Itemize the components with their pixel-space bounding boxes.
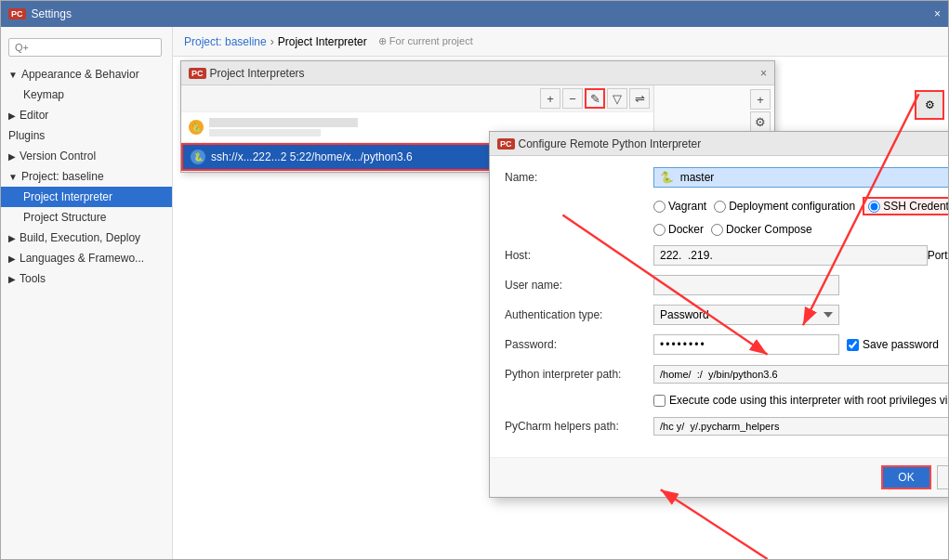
pc-icon-2: PC — [497, 138, 515, 150]
sudo-row: Execute code using this interpreter with… — [653, 394, 948, 407]
add-interpreter-button[interactable]: + — [540, 88, 560, 109]
password-input[interactable] — [653, 334, 839, 355]
title-bar: PC Settings × — [1, 1, 948, 27]
right-settings-button[interactable]: ⚙ — [750, 111, 771, 132]
interpreter-icon-1: 🐍 — [189, 120, 204, 135]
sidebar-item-label: Project Interpreter — [23, 190, 112, 203]
radio-docker-compose[interactable]: Docker Compose — [711, 223, 812, 236]
arrow-icon: ▶ — [8, 233, 16, 243]
arrow-icon: ▶ — [8, 254, 16, 264]
settings-body: ▼ Appearance & Behavior Keymap ▶ Editor … — [1, 27, 948, 559]
pycharm-helpers-control: 📁 — [653, 416, 948, 436]
breadcrumb-separator: › — [270, 35, 274, 48]
form-row-python-path: Python interpreter path: 📁 — [505, 364, 948, 384]
gear-settings-button[interactable]: ⚙ — [915, 90, 944, 120]
sudo-label[interactable]: Execute code using this interpreter with… — [653, 394, 948, 407]
radio-ssh[interactable]: SSH Credentials — [863, 197, 948, 215]
auth-type-select[interactable]: Password Key pair OpenSSH credentials — [653, 305, 839, 325]
dialog-configure-title: PC Configure Remote Python Interpreter — [497, 137, 701, 150]
save-password-label[interactable]: Save password — [847, 338, 939, 351]
right-add-button[interactable]: + — [750, 89, 771, 110]
dialog-configure-form: Name: Vagrant — [490, 156, 948, 457]
sidebar-item-label: Project: baseline — [21, 170, 104, 183]
pycharm-helpers-input[interactable] — [653, 417, 948, 436]
interpreter-icon-2: 🐍 — [191, 150, 205, 164]
sidebar-item-project-baseline[interactable]: ▼ Project: baseline — [1, 166, 172, 187]
filter-button[interactable]: ▽ — [607, 88, 627, 109]
sidebar-item-label: Version Control — [20, 150, 96, 163]
interpreter-toolbar: + − ✎ ▽ ⇌ — [181, 85, 653, 112]
sudo-checkbox[interactable] — [653, 395, 666, 407]
dialog-configure-interpreter: PC Configure Remote Python Interpreter ×… — [489, 131, 948, 498]
arrow-icon: ▶ — [8, 274, 16, 284]
sidebar-item-project-interpreter[interactable]: Project Interpreter — [1, 187, 172, 207]
form-row-sudo: Execute code using this interpreter with… — [505, 394, 948, 407]
port-group: Port: — [928, 245, 948, 266]
name-label: Name: — [505, 171, 653, 184]
sidebar-item-label: Keymap — [23, 88, 64, 101]
form-row-name: Name: — [505, 167, 948, 188]
form-row-host: Host: Port: — [505, 245, 948, 266]
sidebar-item-languages[interactable]: ▶ Languages & Framewo... — [1, 248, 172, 268]
dialog-interpreters-title: PC Project Interpreters — [189, 67, 305, 80]
sidebar-item-label: Build, Execution, Deploy — [20, 231, 140, 244]
radio-docker[interactable]: Docker — [653, 223, 704, 236]
username-label: User name: — [505, 279, 653, 292]
auth-type-control: Password Key pair OpenSSH credentials — [653, 305, 948, 325]
search-input[interactable] — [8, 38, 162, 57]
ok-button[interactable]: OK — [881, 465, 930, 489]
sidebar-item-tools[interactable]: ▶ Tools — [1, 268, 172, 289]
arrow-icon: ▶ — [8, 151, 16, 162]
form-row-pycharm-helpers: PyCharm helpers path: 📁 — [505, 416, 948, 436]
sidebar-item-label: Tools — [20, 272, 46, 285]
form-row-auth-type: Authentication type: Password Key pair O… — [505, 305, 948, 325]
dialog-interpreters-close[interactable]: × — [760, 67, 767, 80]
interpreter-path-text-1 — [209, 129, 321, 137]
save-password-checkbox[interactable] — [847, 339, 859, 351]
edit-interpreter-button[interactable]: ✎ — [585, 88, 605, 109]
python-path-label: Python interpreter path: — [505, 368, 653, 381]
form-row-radio: Vagrant Deployment configuration SSH Cre… — [653, 197, 948, 236]
sidebar-item-build-execution[interactable]: ▶ Build, Execution, Deploy — [1, 228, 172, 248]
radio-vagrant[interactable]: Vagrant — [653, 200, 706, 213]
window-close-button[interactable]: × — [934, 7, 941, 20]
sidebar-item-version-control[interactable]: ▶ Version Control — [1, 146, 172, 166]
interpreter-name-text-1 — [209, 118, 358, 127]
content-area: ⚙ PC Project Interpreters × — [173, 57, 948, 559]
password-row: Save password — [653, 334, 948, 355]
gear-icon: ⚙ — [925, 98, 935, 111]
sidebar-item-label: Appearance & Behavior — [21, 68, 139, 81]
sidebar-item-editor[interactable]: ▶ Editor — [1, 105, 172, 125]
radio-group: Vagrant Deployment configuration SSH Cre… — [653, 197, 948, 236]
python-path-input[interactable] — [653, 365, 948, 384]
arrow-icon: ▶ — [8, 111, 16, 121]
sudo-control: Execute code using this interpreter with… — [653, 394, 948, 407]
main-content: Project: baseline › Project Interpreter … — [173, 27, 948, 559]
sidebar-item-project-structure[interactable]: Project Structure — [1, 207, 172, 228]
sidebar-item-label: Plugins — [8, 129, 45, 142]
password-control: Save password — [653, 334, 948, 355]
sidebar-item-keymap[interactable]: Keymap — [1, 85, 172, 105]
breadcrumb-note: ⊕ For current project — [378, 35, 473, 47]
username-input[interactable] — [653, 275, 839, 295]
python-path-control: 📁 — [653, 364, 948, 384]
host-label: Host: — [505, 249, 653, 262]
breadcrumb-bar: Project: baseline › Project Interpreter … — [173, 27, 948, 57]
sidebar-item-plugins[interactable]: Plugins — [1, 125, 172, 146]
sidebar-item-label: Editor — [20, 109, 48, 122]
arrow-icon: ▼ — [8, 70, 18, 80]
port-label: Port: — [928, 249, 948, 262]
dialog-interpreters-titlebar: PC Project Interpreters × — [181, 61, 774, 85]
radio-deployment[interactable]: Deployment configuration — [714, 200, 855, 213]
cancel-button[interactable]: Cancel — [937, 465, 948, 489]
sidebar-item-appearance[interactable]: ▼ Appearance & Behavior — [1, 64, 172, 85]
host-input[interactable] — [653, 245, 928, 266]
arrow-icon: ▼ — [8, 172, 18, 182]
dialog-configure-titlebar: PC Configure Remote Python Interpreter × — [490, 132, 948, 156]
name-input[interactable] — [653, 167, 948, 188]
form-row-password: Password: Save password — [505, 334, 948, 355]
form-row-username: User name: — [505, 275, 948, 295]
breadcrumb-project: Project: baseline — [184, 35, 267, 48]
more-button[interactable]: ⇌ — [629, 88, 650, 109]
remove-interpreter-button[interactable]: − — [562, 88, 583, 109]
